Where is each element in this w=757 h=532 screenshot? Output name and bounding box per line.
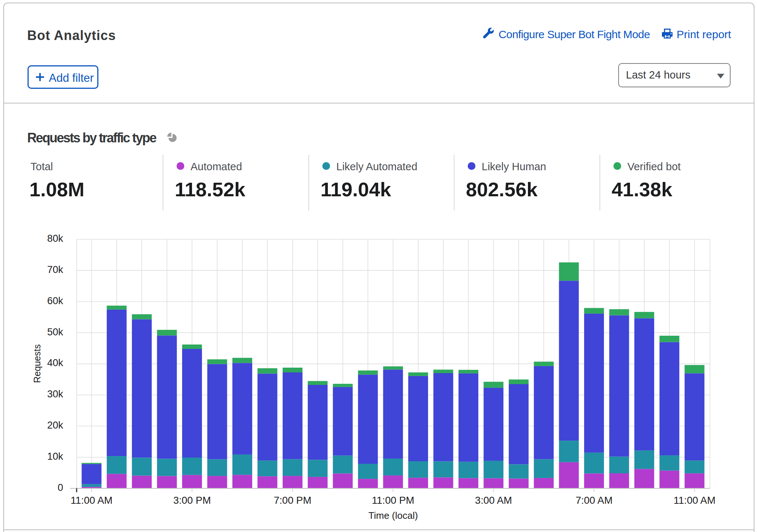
svg-text:3:00 AM: 3:00 AM — [475, 495, 512, 506]
svg-text:11:00 AM: 11:00 AM — [70, 495, 112, 506]
svg-text:11:00 AM: 11:00 AM — [674, 495, 716, 506]
svg-text:70k: 70k — [47, 264, 63, 275]
svg-text:7:00 PM: 7:00 PM — [274, 495, 311, 506]
svg-text:80k: 80k — [47, 233, 63, 244]
svg-text:60k: 60k — [47, 295, 63, 306]
svg-text:40k: 40k — [47, 357, 63, 368]
svg-text:30k: 30k — [47, 389, 63, 400]
svg-text:Requests: Requests — [32, 344, 42, 383]
svg-text:20k: 20k — [47, 420, 63, 431]
svg-text:Time (local): Time (local) — [369, 510, 418, 521]
svg-text:0: 0 — [58, 482, 63, 493]
svg-text:7:00 AM: 7:00 AM — [576, 495, 613, 506]
svg-text:10k: 10k — [47, 451, 63, 462]
svg-text:50k: 50k — [47, 327, 63, 338]
svg-text:3:00 PM: 3:00 PM — [173, 495, 211, 506]
svg-text:11:00 PM: 11:00 PM — [372, 495, 414, 506]
